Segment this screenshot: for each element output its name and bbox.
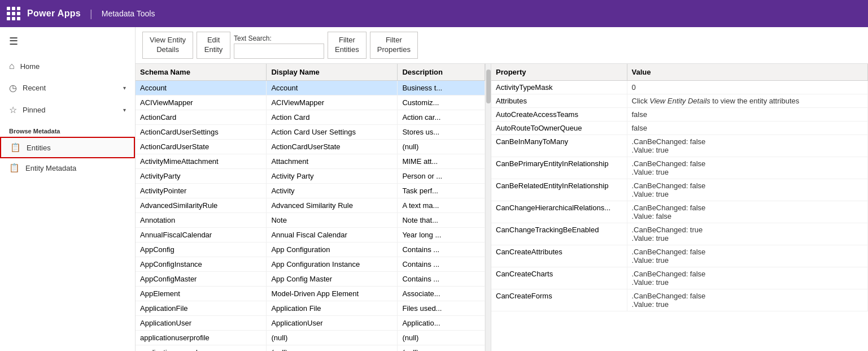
col-header-property[interactable]: Property <box>491 64 627 81</box>
sidebar-item-entity-metadata[interactable]: 📋 Entity Metadata <box>0 158 135 177</box>
property-row: CanBeRelatedEntityInRelationship .CanBeC… <box>491 179 868 201</box>
cell-description: Contains ... <box>398 271 485 286</box>
table-row[interactable]: ActivityPointer Activity Task perf... <box>136 183 485 198</box>
cell-display: Model-Driven App Element <box>267 286 398 301</box>
cell-property-value: .CanBeChanged: false.Value: true <box>627 179 868 201</box>
entity-scrollbar[interactable] <box>485 64 491 351</box>
cell-display: (null) <box>267 345 398 351</box>
cell-schema: ActivityPointer <box>136 183 267 198</box>
cell-description: Files used... <box>398 301 485 315</box>
cell-schema: Account <box>136 80 267 95</box>
table-row[interactable]: ApplicationFile Application File Files u… <box>136 301 485 315</box>
cell-property-value: .CanBeChanged: true.Value: true <box>627 223 868 245</box>
table-row[interactable]: ACIViewMapper ACIViewMapper Customiz... <box>136 95 485 110</box>
cell-property-value: 0 <box>627 80 868 94</box>
sidebar: ☰ ⌂ Home ◷ Recent ▾ ☆ Pinned ▾ Browse Me… <box>0 27 136 351</box>
entity-metadata-icon: 📋 <box>9 163 20 173</box>
chevron-down-icon: ▾ <box>123 85 126 91</box>
table-row[interactable]: AdvancedSimilarityRule Advanced Similari… <box>136 198 485 213</box>
table-row[interactable]: AppConfigMaster App Config Master Contai… <box>136 271 485 286</box>
sidebar-item-home[interactable]: ⌂ Home <box>0 55 135 77</box>
table-row[interactable]: Annotation Note Note that... <box>136 213 485 227</box>
table-row[interactable]: ActivityParty Activity Party Person or .… <box>136 168 485 183</box>
sidebar-pinned-label: Pinned <box>23 106 117 114</box>
cell-property-name: CanBeRelatedEntityInRelationship <box>491 179 627 201</box>
content-area: View Entity Details Edit Entity Text Sea… <box>136 27 868 351</box>
cell-description: (null) <box>398 330 485 345</box>
table-row[interactable]: Account Account Business t... <box>136 80 485 95</box>
search-input[interactable] <box>234 44 324 59</box>
cell-schema: ApplicationUser <box>136 315 267 330</box>
entity-list-panel: Schema Name Display Name Description Acc… <box>136 64 491 351</box>
entity-table: Schema Name Display Name Description Acc… <box>136 64 485 351</box>
cell-description: Note that... <box>398 213 485 227</box>
cell-property-name: CanCreateAttributes <box>491 245 627 267</box>
entity-table-scroll[interactable]: Schema Name Display Name Description Acc… <box>136 64 485 351</box>
table-row[interactable]: ApplicationUser ApplicationUser Applicat… <box>136 315 485 330</box>
cell-display: Application File <box>267 301 398 315</box>
entities-icon: 📋 <box>10 142 21 153</box>
cell-display: Annual Fiscal Calendar <box>267 227 398 242</box>
edit-entity-button[interactable]: Edit Entity <box>197 32 230 59</box>
cell-description: (null) <box>398 139 485 154</box>
cell-property-value: .CanBeChanged: false.Value: true <box>627 267 868 289</box>
hamburger-menu[interactable]: ☰ <box>0 27 135 55</box>
view-entity-details-button[interactable]: View Entity Details <box>142 32 193 59</box>
sidebar-item-pinned[interactable]: ☆ Pinned ▾ <box>0 99 135 121</box>
col-header-desc[interactable]: Description <box>398 64 485 81</box>
table-row[interactable]: AppConfig App Configuration Contains ... <box>136 242 485 257</box>
table-row[interactable]: applicationuserrole (null) (null) <box>136 345 485 351</box>
split-panel: Schema Name Display Name Description Acc… <box>136 64 868 351</box>
table-row[interactable]: ActionCard Action Card Action car... <box>136 110 485 124</box>
chevron-down-icon-pinned: ▾ <box>123 107 126 113</box>
table-row[interactable]: applicationuserprofile (null) (null) <box>136 330 485 345</box>
sidebar-entities-label: Entities <box>27 144 51 152</box>
cell-schema: ActionCard <box>136 110 267 124</box>
sidebar-home-label: Home <box>20 62 126 71</box>
cell-description: MIME att... <box>398 154 485 168</box>
cell-description: Task perf... <box>398 183 485 198</box>
topbar-divider: | <box>90 8 93 20</box>
cell-property-value: .CanBeChanged: false.Value: true <box>627 289 868 311</box>
property-row: CanCreateForms .CanBeChanged: false.Valu… <box>491 289 868 311</box>
table-row[interactable]: ActivityMimeAttachment Attachment MIME a… <box>136 154 485 168</box>
property-row: CanChangeHierarchicalRelations... .CanBe… <box>491 201 868 223</box>
cell-schema: ActionCardUserSettings <box>136 124 267 139</box>
col-header-schema[interactable]: Schema Name <box>136 64 267 81</box>
table-row[interactable]: AppElement Model-Driven App Element Asso… <box>136 286 485 301</box>
cell-property-name: Attributes <box>491 94 627 107</box>
cell-display: ApplicationUser <box>267 315 398 330</box>
col-header-value[interactable]: Value <box>627 64 868 81</box>
filter-entities-button[interactable]: Filter Entities <box>328 32 367 59</box>
table-row[interactable]: AppConfigInstance App Configuration Inst… <box>136 257 485 271</box>
sidebar-item-entities[interactable]: 📋 Entities <box>0 137 135 158</box>
sidebar-recent-label: Recent <box>23 84 117 92</box>
cell-property-value: .CanBeChanged: false.Value: false <box>627 201 868 223</box>
cell-description: Action car... <box>398 110 485 124</box>
cell-schema: ActionCardUserState <box>136 139 267 154</box>
sidebar-item-recent[interactable]: ◷ Recent ▾ <box>0 77 135 99</box>
cell-display: App Config Master <box>267 271 398 286</box>
filter-properties-button[interactable]: Filter Properties <box>370 32 418 59</box>
table-row[interactable]: ActionCardUserSettings Action Card User … <box>136 124 485 139</box>
table-row[interactable]: AnnualFiscalCalendar Annual Fiscal Calen… <box>136 227 485 242</box>
cell-schema: AppConfig <box>136 242 267 257</box>
cell-description: Stores us... <box>398 124 485 139</box>
property-row: CanCreateCharts .CanBeChanged: false.Val… <box>491 267 868 289</box>
cell-property-name: AutoRouteToOwnerQueue <box>491 121 627 135</box>
cell-property-value: .CanBeChanged: false.Value: true <box>627 157 868 179</box>
cell-schema: ACIViewMapper <box>136 95 267 110</box>
cell-display: Activity <box>267 183 398 198</box>
cell-display: Note <box>267 213 398 227</box>
recent-icon: ◷ <box>9 83 17 93</box>
properties-scroll[interactable]: Property Value ActivityTypeMask 0 Attrib… <box>491 64 868 351</box>
cell-description: Person or ... <box>398 168 485 183</box>
col-header-display[interactable]: Display Name <box>267 64 398 81</box>
app-launcher-icon[interactable] <box>7 7 20 20</box>
cell-schema: ActivityMimeAttachment <box>136 154 267 168</box>
cell-display: Activity Party <box>267 168 398 183</box>
cell-property-name: CanBePrimaryEntityInRelationship <box>491 157 627 179</box>
table-row[interactable]: ActionCardUserState ActionCardUserState … <box>136 139 485 154</box>
cell-property-name: CanChangeTrackingBeEnabled <box>491 223 627 245</box>
cell-schema: AppConfigMaster <box>136 271 267 286</box>
